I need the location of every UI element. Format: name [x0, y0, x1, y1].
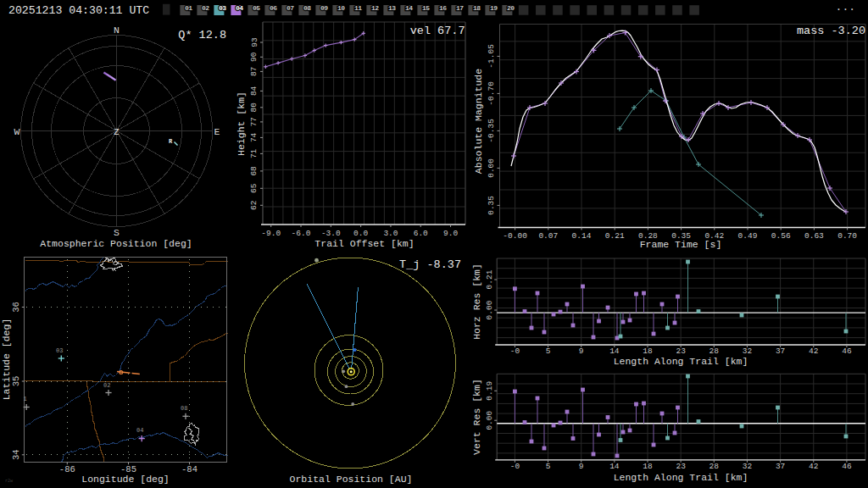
svg-text:0.07: 0.07	[538, 231, 558, 241]
svg-text:Horz Res [km]: Horz Res [km]	[471, 263, 482, 340]
svg-text:r2w: r2w	[5, 479, 13, 484]
svg-text:Z: Z	[114, 127, 119, 137]
svg-text:71: 71	[250, 148, 259, 158]
svg-text:0.35: 0.35	[487, 196, 496, 215]
svg-text:-9.0: -9.0	[261, 229, 281, 238]
svg-text:-0: -0	[510, 462, 520, 471]
svg-text:35: 35	[11, 376, 21, 387]
svg-text:32: 32	[743, 462, 753, 471]
svg-text:02: 02	[202, 4, 209, 12]
svg-text:23: 23	[676, 462, 686, 471]
svg-text:42: 42	[809, 347, 819, 356]
svg-text:9: 9	[579, 347, 584, 356]
svg-text:74: 74	[250, 132, 259, 142]
svg-text:68: 68	[250, 166, 259, 176]
svg-text:07: 07	[287, 4, 294, 12]
svg-text:Q* 12.8: Q* 12.8	[178, 29, 226, 42]
svg-text:-0.35: -0.35	[487, 119, 496, 143]
svg-text:0.21: 0.21	[605, 231, 625, 241]
svg-text:Trail Offset [km]: Trail Offset [km]	[314, 238, 414, 249]
svg-text:0.00: 0.00	[487, 158, 496, 178]
svg-text:19: 19	[490, 4, 498, 12]
svg-text:03: 03	[219, 4, 226, 12]
svg-text:0.21: 0.21	[485, 269, 494, 289]
svg-text:18: 18	[643, 347, 653, 356]
svg-text:Length Along Trail [km]: Length Along Trail [km]	[614, 356, 748, 367]
svg-text:0.63: 0.63	[804, 231, 824, 241]
svg-text:N: N	[114, 25, 120, 36]
svg-text:42: 42	[809, 462, 819, 471]
svg-text:Frame Time [s]: Frame Time [s]	[640, 239, 722, 250]
svg-text:Latitude [deg]: Latitude [deg]	[1, 319, 12, 401]
svg-text:08: 08	[303, 4, 311, 12]
svg-text:Vert Res [km]: Vert Res [km]	[471, 379, 482, 455]
svg-text:S: S	[114, 227, 120, 238]
svg-text:17: 17	[456, 4, 464, 12]
svg-text:23: 23	[676, 347, 686, 356]
svg-text:65: 65	[250, 183, 259, 193]
svg-text:03: 03	[56, 347, 63, 354]
svg-text:05: 05	[253, 4, 260, 12]
svg-text:14: 14	[405, 4, 413, 12]
svg-text:34: 34	[11, 449, 21, 460]
svg-text:62: 62	[250, 200, 259, 210]
svg-text:08: 08	[181, 405, 187, 412]
svg-text:3.0: 3.0	[383, 229, 398, 238]
svg-text:0.56: 0.56	[771, 231, 791, 241]
svg-text:-86: -86	[59, 464, 75, 474]
svg-text:14: 14	[609, 462, 620, 471]
svg-text:5: 5	[546, 462, 551, 471]
svg-text:06: 06	[270, 4, 277, 12]
svg-text:16: 16	[439, 4, 447, 12]
svg-text:18: 18	[643, 462, 653, 471]
svg-text:0.00: 0.00	[485, 411, 494, 430]
svg-text:84: 84	[250, 86, 259, 96]
svg-text:90: 90	[250, 52, 259, 62]
svg-text:T_j -8.37: T_j -8.37	[399, 258, 461, 271]
svg-text:Length Along Trail [km]: Length Along Trail [km]	[614, 472, 748, 483]
svg-text:36: 36	[11, 302, 21, 313]
svg-text:37: 37	[776, 462, 785, 471]
svg-text:Longitude [deg]: Longitude [deg]	[81, 474, 170, 485]
svg-text:80: 80	[250, 103, 259, 113]
svg-text:9: 9	[579, 462, 584, 471]
svg-text:01: 01	[185, 4, 192, 12]
svg-text:13: 13	[388, 4, 396, 12]
svg-text:-1.05: -1.05	[487, 44, 496, 69]
svg-text:20251213 04:30:11 UTC: 20251213 04:30:11 UTC	[8, 4, 149, 17]
svg-text:87: 87	[250, 67, 259, 76]
svg-text:-3.0: -3.0	[321, 229, 341, 238]
svg-text:32: 32	[743, 347, 753, 356]
svg-text:46: 46	[842, 347, 852, 356]
svg-text:Absolute Magnitude: Absolute Magnitude	[473, 69, 484, 174]
svg-text:28: 28	[709, 462, 720, 471]
svg-text:-6.0: -6.0	[292, 229, 311, 238]
svg-text:18: 18	[473, 4, 481, 12]
svg-text:1: 1	[24, 396, 27, 402]
svg-text:20: 20	[507, 4, 515, 12]
svg-text:0.70: 0.70	[837, 231, 857, 241]
svg-text:6.0: 6.0	[414, 229, 428, 238]
svg-text:02: 02	[103, 382, 110, 389]
svg-text:W: W	[14, 126, 20, 137]
svg-text:0.19: 0.19	[485, 381, 494, 401]
svg-text:0.49: 0.49	[738, 231, 758, 241]
svg-text:-0: -0	[510, 347, 520, 356]
svg-text:-0.70: -0.70	[487, 81, 496, 106]
svg-text:37: 37	[776, 347, 785, 356]
svg-text:77: 77	[250, 117, 259, 126]
svg-text:09: 09	[320, 4, 328, 12]
svg-text:0.00: 0.00	[485, 300, 494, 319]
svg-text:15: 15	[422, 4, 430, 12]
svg-text:04: 04	[236, 4, 243, 12]
svg-text:Orbital Position [AU]: Orbital Position [AU]	[290, 474, 413, 485]
svg-text:...: ...	[836, 1, 855, 14]
svg-text:11: 11	[354, 4, 362, 12]
svg-text:vel 67.7: vel 67.7	[410, 25, 465, 37]
svg-text:0.14: 0.14	[572, 231, 592, 241]
svg-text:-0.00: -0.00	[503, 231, 527, 241]
svg-text:10: 10	[337, 4, 345, 12]
svg-text:mass -3.20: mass -3.20	[797, 25, 865, 37]
svg-text:E: E	[214, 126, 220, 137]
svg-text:9.0: 9.0	[443, 229, 458, 238]
